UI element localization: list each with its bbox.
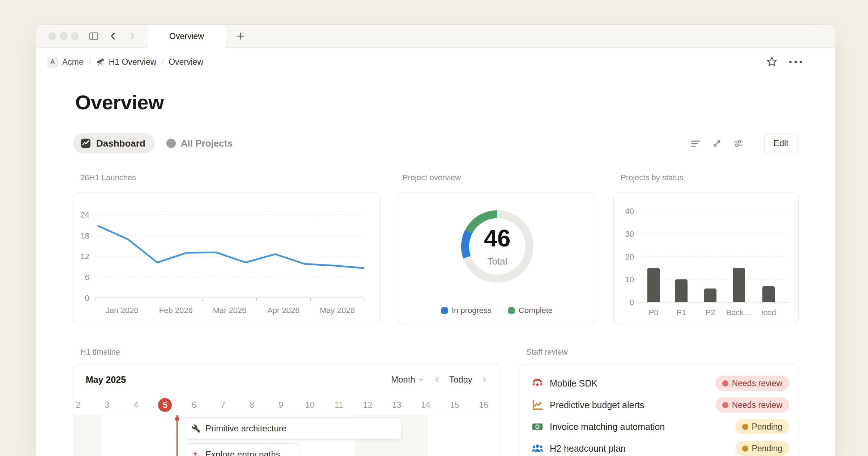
timeline-day-3[interactable]: 3: [93, 395, 122, 415]
timeline-day-10[interactable]: 10: [295, 395, 324, 415]
zoom-window-button[interactable]: [71, 32, 79, 40]
sliders-icon[interactable]: [733, 138, 744, 149]
svg-text:Iced: Iced: [761, 308, 776, 317]
status-label: Needs review: [732, 400, 782, 410]
breadcrumb-workspace[interactable]: Acme: [62, 57, 84, 67]
legend-label-complete: Complete: [519, 306, 553, 315]
svg-text:10: 10: [625, 275, 634, 284]
staff-item-title: Mobile SDK: [550, 378, 715, 389]
donut-chart-title: Project overview: [403, 173, 461, 182]
view-selector-label: Month: [391, 375, 415, 385]
svg-text:Mar 2026: Mar 2026: [213, 306, 247, 315]
forward-button[interactable]: [127, 31, 137, 42]
timeline-day-4[interactable]: 4: [122, 395, 150, 415]
minimize-window-button[interactable]: [60, 32, 68, 40]
svg-text:P0: P0: [649, 308, 659, 317]
tab-dashboard[interactable]: Dashboard: [73, 133, 155, 153]
svg-text:P1: P1: [677, 308, 686, 317]
gray-circle-icon: [166, 139, 176, 148]
status-label: Needs review: [732, 379, 782, 388]
more-options-icon[interactable]: [788, 55, 803, 69]
svg-text:Feb 2026: Feb 2026: [159, 306, 193, 315]
bar-chart-title: Projects by status: [621, 173, 684, 182]
svg-text:Back…: Back…: [726, 308, 752, 317]
tab-title: Overview: [169, 31, 204, 41]
launches-line-chart: 24181260Jan 2026Feb 2026Mar 2026Apr 2026…: [73, 193, 380, 324]
bar-Back…: [733, 268, 745, 303]
edit-button[interactable]: Edit: [764, 134, 798, 153]
expand-icon[interactable]: [711, 138, 723, 149]
timeline-day-9[interactable]: 9: [267, 395, 295, 415]
timeline-day-16[interactable]: 16: [469, 395, 498, 415]
view-actions: Edit: [690, 134, 798, 153]
bar-P1: [675, 279, 688, 302]
people-icon: [531, 442, 544, 455]
timeline-view-selector[interactable]: Month: [391, 375, 425, 385]
svg-text:Jan 2026: Jan 2026: [106, 306, 139, 315]
staff-review-list: Mobile SDKNeeds reviewPredictive budget …: [519, 364, 799, 456]
new-tab-button[interactable]: [235, 31, 246, 42]
active-tab[interactable]: Overview: [148, 25, 226, 48]
timeline-day-14[interactable]: 14: [411, 395, 440, 415]
svg-text:18: 18: [81, 231, 89, 240]
svg-text:May 2026: May 2026: [320, 306, 355, 315]
timeline-prev-button[interactable]: [433, 376, 441, 383]
window-controls: [48, 32, 79, 40]
favorite-star-icon[interactable]: [765, 55, 779, 69]
staff-review-row[interactable]: Invoice matching automationPending: [531, 416, 789, 438]
status-badge: Pending: [735, 419, 789, 434]
sidebar-toggle-icon[interactable]: [88, 31, 99, 42]
timeline-month-label: May 2025: [86, 375, 126, 385]
timeline-day-6[interactable]: 6: [179, 395, 208, 415]
breadcrumb-parent[interactable]: H1 Overview: [109, 57, 157, 67]
timeline-day-12[interactable]: 12: [353, 395, 382, 415]
tab-all-projects[interactable]: All Projects: [157, 133, 242, 153]
timeline-day-11[interactable]: 11: [324, 395, 353, 415]
tab-dashboard-label: Dashboard: [96, 138, 145, 149]
timeline-event-title: Primitive architecture: [205, 423, 286, 434]
breadcrumb-current[interactable]: Overview: [169, 57, 203, 67]
status-dot: [742, 446, 748, 452]
timeline-card: May 2025 Month Today 2345678910111213141…: [73, 364, 501, 456]
timeline-day-15[interactable]: 15: [440, 395, 469, 415]
donut-total-label: Total: [488, 256, 507, 267]
bar-P2: [704, 288, 716, 302]
back-button[interactable]: [108, 31, 119, 42]
telescope-icon: [96, 57, 106, 67]
timeline-date-row: 2345678910111213141516: [73, 395, 501, 415]
staff-item-title: Predictive budget alerts: [550, 400, 715, 410]
legend-label-in-progress: In progress: [452, 306, 492, 315]
timeline-today-button[interactable]: Today: [449, 375, 472, 385]
status-dot: [742, 424, 748, 430]
staff-review-row[interactable]: H2 headcount planPending: [531, 438, 789, 456]
filter-icon[interactable]: [690, 138, 702, 149]
project-overview-card: 46 Total In progress Complete: [398, 193, 596, 324]
svg-text:24: 24: [81, 210, 89, 219]
svg-text:12: 12: [81, 252, 89, 261]
status-badge: Needs review: [715, 376, 789, 391]
status-label: Pending: [752, 444, 782, 453]
timeline-today-marker: 5: [158, 398, 172, 412]
timeline-day-13[interactable]: 13: [382, 395, 411, 415]
timeline-event[interactable]: Primitive architecture: [185, 417, 402, 440]
svg-text:P2: P2: [706, 308, 715, 317]
timeline-day-8[interactable]: 8: [238, 395, 267, 415]
breadcrumb-separator: /: [161, 58, 163, 66]
timeline-day-2[interactable]: 2: [73, 395, 93, 415]
close-window-button[interactable]: [48, 32, 56, 40]
line-chart-title: 26H1 Launches: [80, 173, 136, 182]
status-dot: [722, 402, 728, 408]
timeline-day-5[interactable]: 5: [150, 395, 179, 415]
app-window: Overview A Acme / H1 Overview / Overview…: [36, 25, 835, 456]
staff-review-section-title: Staff review: [526, 347, 568, 357]
timeline-next-button[interactable]: [481, 376, 488, 383]
timeline-day-7[interactable]: 7: [209, 395, 238, 415]
workspace-avatar[interactable]: A: [47, 56, 58, 68]
staff-review-row[interactable]: Mobile SDKNeeds review: [531, 372, 789, 394]
legend-swatch-in-progress: [441, 307, 448, 314]
tab-all-projects-label: All Projects: [181, 138, 233, 149]
browser-tab-bar: Overview: [36, 25, 835, 48]
staff-review-row[interactable]: Predictive budget alertsNeeds review: [531, 394, 789, 416]
timeline-event[interactable]: Explore entry paths: [185, 443, 299, 456]
timeline-body: Primitive architectureExplore entry path…: [73, 415, 501, 456]
